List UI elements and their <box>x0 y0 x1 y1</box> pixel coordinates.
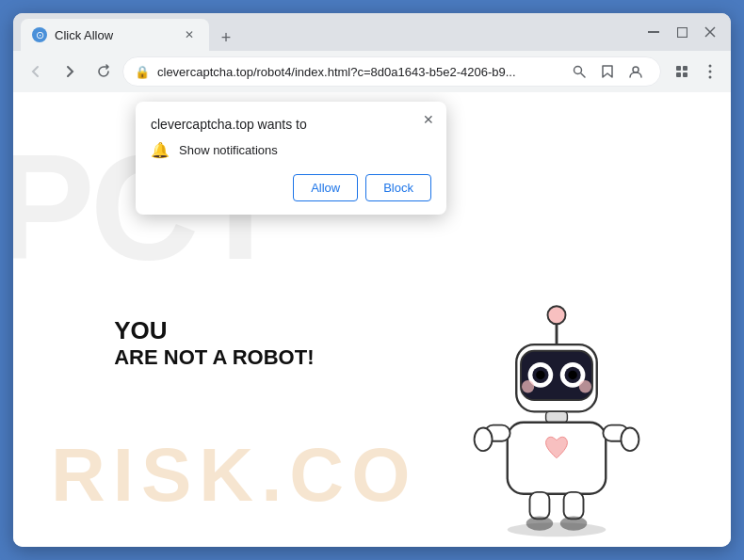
svg-point-24 <box>568 371 577 380</box>
minimize-button[interactable] <box>640 19 667 45</box>
title-bar: ⊙ Click Allow ✕ + <box>13 13 731 51</box>
notification-popup: ✕ clevercaptcha.top wants to 🔔 Show noti… <box>136 102 446 215</box>
svg-point-26 <box>579 380 591 392</box>
browser-menu-icons <box>669 58 723 85</box>
watermark-risk: RISK.CO <box>51 432 417 519</box>
popup-buttons: Allow Block <box>151 174 431 201</box>
tabs-area: ⊙ Click Allow ✕ + <box>21 13 640 51</box>
svg-point-36 <box>526 517 554 531</box>
svg-point-14 <box>709 76 712 79</box>
svg-rect-33 <box>530 492 550 520</box>
address-bar-icons <box>566 58 649 85</box>
bell-icon: 🔔 <box>151 141 170 159</box>
popup-notification-row: 🔔 Show notifications <box>151 141 431 159</box>
address-bar-row: 🔒 clevercaptcha.top/robot4/index.html?c=… <box>13 51 731 92</box>
svg-point-16 <box>548 306 566 324</box>
more-menu-button[interactable] <box>697 58 723 85</box>
close-button[interactable] <box>697 19 723 45</box>
extensions-icon[interactable] <box>669 58 695 85</box>
address-bar[interactable]: 🔒 clevercaptcha.top/robot4/index.html?c=… <box>122 56 661 87</box>
svg-point-31 <box>475 427 493 451</box>
svg-rect-9 <box>683 66 687 71</box>
svg-point-37 <box>560 517 588 531</box>
svg-point-23 <box>536 371 545 380</box>
tab-favicon: ⊙ <box>32 27 47 42</box>
svg-point-12 <box>709 65 712 68</box>
profile-icon[interactable] <box>623 58 649 85</box>
tab-close-button[interactable]: ✕ <box>181 26 198 43</box>
svg-point-13 <box>709 71 712 73</box>
svg-rect-34 <box>564 492 584 520</box>
robot-illustration <box>467 293 655 547</box>
popup-title: clevercaptcha.top wants to <box>151 117 431 132</box>
verify-text-line2: ARE NOT A ROBOT! <box>114 344 314 369</box>
popup-close-button[interactable]: ✕ <box>418 109 439 130</box>
svg-point-25 <box>522 380 534 392</box>
forward-button[interactable] <box>55 56 85 87</box>
svg-rect-1 <box>677 27 687 37</box>
block-button[interactable]: Block <box>365 174 431 201</box>
allow-button[interactable]: Allow <box>293 174 358 201</box>
popup-notification-text: Show notifications <box>179 143 278 157</box>
tab-title: Click Allow <box>55 28 173 42</box>
svg-rect-8 <box>676 66 681 71</box>
svg-rect-0 <box>648 31 659 33</box>
bookmark-icon[interactable] <box>594 58 621 85</box>
svg-rect-10 <box>676 72 681 77</box>
back-button[interactable] <box>21 56 51 87</box>
browser-window: ⊙ Click Allow ✕ + <box>13 13 731 547</box>
svg-rect-27 <box>546 411 568 422</box>
svg-point-35 <box>508 522 607 536</box>
reload-button[interactable] <box>89 56 119 87</box>
search-icon[interactable] <box>566 58 592 85</box>
svg-rect-11 <box>683 72 687 77</box>
page-main-content: YOU ARE NOT A ROBOT! <box>114 315 314 369</box>
verify-text-line1: YOU <box>114 315 314 344</box>
svg-line-5 <box>581 73 585 77</box>
maximize-button[interactable] <box>669 19 695 45</box>
svg-point-7 <box>633 67 639 72</box>
active-tab[interactable]: ⊙ Click Allow ✕ <box>21 19 209 51</box>
window-controls <box>640 19 723 45</box>
new-tab-button[interactable]: + <box>213 24 239 51</box>
url-text: clevercaptcha.top/robot4/index.html?c=8d… <box>157 65 558 79</box>
svg-point-4 <box>574 67 582 74</box>
webpage: PCT RISK.CO YOU ARE NOT A ROBOT! <box>13 92 731 547</box>
lock-icon: 🔒 <box>135 65 150 79</box>
svg-marker-6 <box>603 66 612 77</box>
svg-point-32 <box>621 427 639 451</box>
